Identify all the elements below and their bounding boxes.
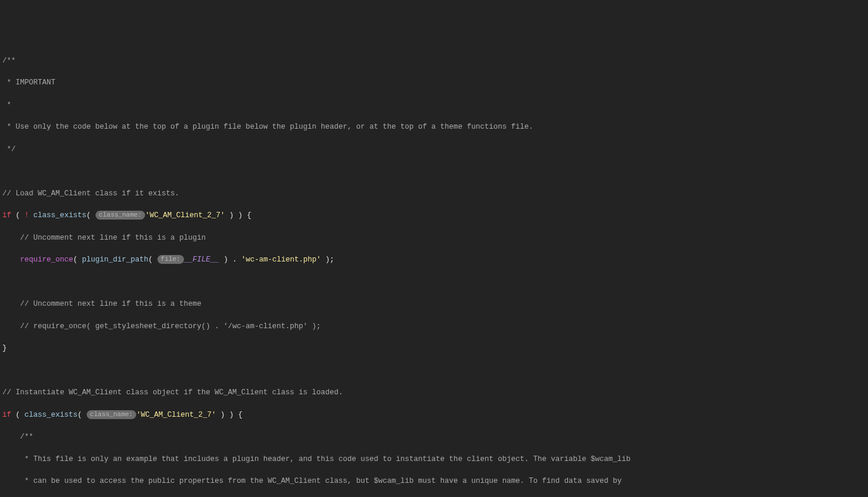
comment: // Uncomment next line if this is a plug… <box>2 234 206 242</box>
punct: ( <box>73 256 82 264</box>
punct: ( <box>78 411 87 419</box>
doc-line: * This file is only an example that incl… <box>2 455 630 463</box>
string: 'WC_AM_Client_2_7' <box>145 211 225 220</box>
fn-class-exists: class_exists <box>25 411 78 419</box>
docblock-open: /** <box>2 433 34 441</box>
docblock-close: */ <box>2 145 16 153</box>
concat-op: . <box>232 256 241 264</box>
not-op: ! <box>25 211 34 220</box>
param-hint: file: <box>157 255 184 264</box>
punct: ) ) { <box>225 211 251 220</box>
string: 'WC_AM_Client_2_7' <box>136 411 216 419</box>
brace-close: } <box>2 344 7 352</box>
keyword-require: require_once <box>20 256 73 264</box>
code-editor[interactable]: /** * IMPORTANT * * Use only the code be… <box>0 44 868 497</box>
comment: // Instantiate WC_AM_Client class object… <box>2 388 343 397</box>
indent <box>2 256 20 264</box>
doc-line: * IMPORTANT <box>2 79 55 87</box>
param-hint: class_name: <box>87 410 137 419</box>
punct: ( <box>16 211 25 220</box>
punct: ) <box>219 256 233 264</box>
punct: ); <box>321 256 334 264</box>
fn-plugin-dir-path: plugin_dir_path <box>82 256 149 264</box>
comment: // Load WC_AM_Client class if it exists. <box>2 189 179 198</box>
punct: ) ) { <box>216 411 242 419</box>
doc-line: * <box>2 101 11 109</box>
comment: // Uncomment next line if this is a them… <box>2 300 202 308</box>
doc-line: * can be used to access the public prope… <box>2 477 622 485</box>
fn-class-exists: class_exists <box>34 211 87 220</box>
const-file: __FILE__ <box>184 256 219 264</box>
param-hint: class_name: <box>96 211 146 220</box>
doc-line: * Use only the code below at the top of … <box>2 123 533 131</box>
punct: ( <box>149 256 157 264</box>
punct: ( <box>16 411 25 419</box>
comment: // require_once( get_stylesheet_director… <box>2 322 321 331</box>
punct: ( <box>87 211 96 220</box>
keyword-if: if <box>2 211 11 220</box>
string: 'wc-am-client.php' <box>241 256 321 264</box>
keyword-if: if <box>2 411 11 419</box>
docblock-open: /** <box>2 57 16 65</box>
